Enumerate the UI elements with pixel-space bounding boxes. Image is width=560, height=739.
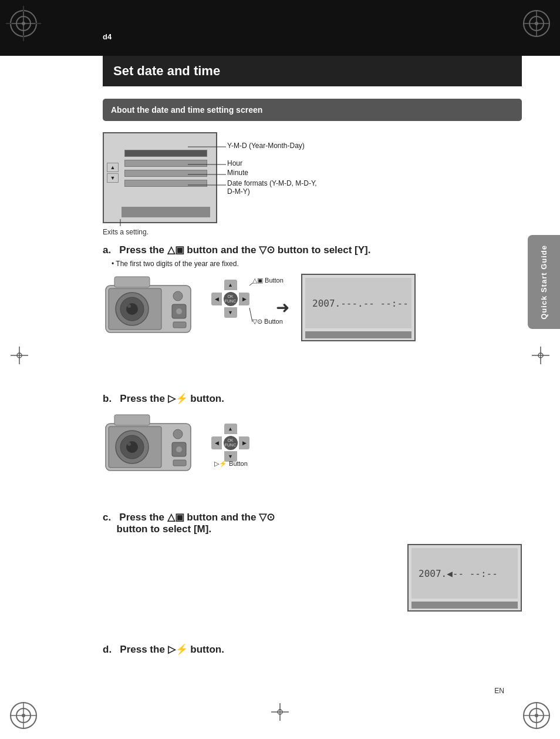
- label-ymd: Y-M-D (Year-Month-Day): [227, 142, 305, 150]
- step-b-label: b.: [103, 393, 117, 404]
- dpad-b: ▲ ▼ ◀ ▶ OKFUNC: [211, 424, 249, 462]
- sidebar-tab: Quick Start Guide: [528, 235, 560, 329]
- step-a-text: Press the △▣ button and the ▽⊙ button to…: [119, 244, 370, 256]
- corner-decoration-br: [519, 698, 554, 733]
- step-b-title: b. Press the ▷⚡ button.: [103, 392, 522, 405]
- step-d-section: d. Press the ▷⚡ button.: [103, 643, 522, 656]
- step-b-camera-row: ▲ ▼ ◀ ▶ OKFUNC ▷⚡ Button: [103, 412, 522, 479]
- btn-label-b: ▷⚡ Button: [214, 460, 248, 468]
- sidebar-label: Quick Start Guide: [539, 245, 548, 320]
- rs2-inner-c: 2007.◀-- --:--: [411, 548, 518, 599]
- step-c-section: c. Press the △▣ button and the ▽⊙ button…: [103, 511, 522, 612]
- svg-point-23: [535, 714, 538, 717]
- step-a-title: a. Press the △▣ button and the ▽⊙ button…: [103, 244, 522, 256]
- dpad-left-b: ◀: [211, 436, 222, 449]
- step-a-label: a.: [103, 244, 117, 256]
- step-d-label: d.: [103, 644, 117, 655]
- dpad-up-b: ▲: [224, 424, 237, 434]
- section-header: About the date and time setting screen: [103, 99, 522, 121]
- title-banner: Set date and time: [103, 56, 522, 86]
- step-c-title: c. Press the △▣ button and the ▽⊙ button…: [103, 511, 522, 535]
- label-minute: Minute: [227, 169, 248, 177]
- page-number: d4: [103, 32, 112, 41]
- svg-rect-51: [114, 415, 150, 425]
- en-label: EN: [494, 687, 504, 695]
- rs2-bottom-c: [411, 602, 518, 609]
- result-screen-c: ↩ 2007.◀-- --:--: [407, 544, 522, 612]
- control-pad-b: ▲ ▼ ◀ ▶ OKFUNC ▷⚡ Button: [205, 418, 261, 473]
- step-a-sub: • The first two digits of the year are f…: [112, 260, 522, 268]
- svg-point-13: [535, 22, 538, 25]
- dpad-right-b: ▶: [239, 436, 249, 449]
- exits-text: Exits a setting.: [103, 228, 149, 236]
- svg-point-34: [173, 291, 183, 301]
- diagram-area: ▲ ▼ Y-M-D (Year-Month-Day) Hour Minute D…: [103, 132, 326, 241]
- step-b-section: b. Press the ▷⚡ button. ▲: [103, 392, 522, 479]
- svg-line-44: [249, 308, 252, 322]
- svg-point-55: [127, 442, 131, 446]
- svg-point-42: [127, 304, 131, 308]
- svg-rect-38: [114, 277, 150, 287]
- camera-body-a: [103, 274, 194, 341]
- svg-point-18: [22, 714, 25, 717]
- section-header-text: About the date and time setting screen: [111, 105, 262, 115]
- corner-decoration-tl: [6, 6, 41, 41]
- step-c-text: Press the △▣ button and the ▽⊙ button to…: [103, 512, 275, 535]
- rs-inner-a: 2007.---.-- --:--: [305, 278, 411, 328]
- step-a-section: a. Press the △▣ button and the ▽⊙ button…: [103, 244, 522, 341]
- camera-body-b: [103, 412, 194, 479]
- step-c-camera-row: ↩ 2007.◀-- --:--: [103, 544, 522, 612]
- corner-decoration-tr: [519, 6, 554, 41]
- svg-point-49: [176, 446, 182, 452]
- rs-text-a: 2007.---.-- --:--: [312, 298, 409, 309]
- right-crosshair-mid: [532, 347, 549, 366]
- control-pad-a: ▲ ▼ ◀ ▶ OKFUNC △▣ Button ▽⊙ Button: [205, 274, 264, 341]
- corner-decoration-bl: [6, 698, 41, 733]
- left-crosshair-mid: [11, 347, 28, 366]
- dpad-center-b: OKFUNC: [224, 436, 238, 450]
- label-dateformats: Date formats (Y-M-D, M-D-Y, D-M-Y): [227, 179, 326, 196]
- result-screen-a: ↩ 2007.---.-- --:--: [301, 274, 416, 341]
- step-d-title: d. Press the ▷⚡ button.: [103, 643, 522, 656]
- svg-line-43: [249, 283, 252, 285]
- svg-point-4: [22, 22, 25, 25]
- svg-rect-50: [173, 460, 186, 466]
- svg-point-36: [176, 308, 182, 314]
- step-c-label: c.: [103, 512, 117, 523]
- step-d-text: Press the ▷⚡ button.: [120, 644, 224, 655]
- label-hour: Hour: [227, 159, 242, 167]
- rs2-text-c: 2007.◀-- --:--: [419, 568, 498, 579]
- step-b-text: Press the ▷⚡ button.: [120, 393, 224, 404]
- rs-bottom-a: [305, 331, 411, 338]
- page-title: Set date and time: [113, 63, 220, 79]
- bottom-center-crosshair: [271, 703, 289, 723]
- top-bar: [0, 0, 560, 56]
- step-a-camera-row: ▲ ▼ ◀ ▶ OKFUNC △▣ Button ▽⊙ Button ➜ ↩ 2…: [103, 274, 522, 341]
- svg-rect-37: [173, 322, 186, 328]
- svg-point-47: [173, 429, 183, 439]
